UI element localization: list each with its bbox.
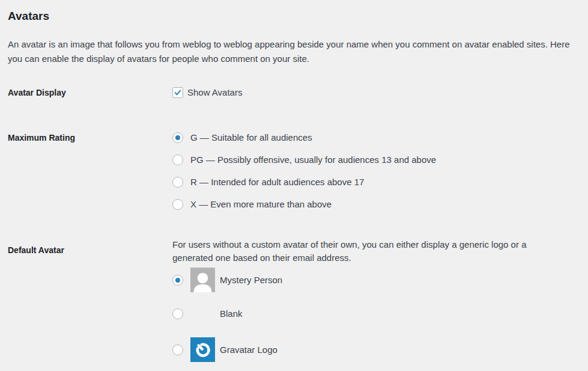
rating-option-r-label: R — Intended for adult audiences above 1… xyxy=(190,175,364,189)
blank-avatar-icon[interactable] xyxy=(190,301,215,326)
gravatar-logo-label: Gravatar Logo xyxy=(220,343,277,357)
rating-option-pg-label: PG — Possibly offensive, usually for aud… xyxy=(190,153,436,167)
blank-label: Blank xyxy=(220,307,243,321)
radio-dot-icon xyxy=(175,278,180,283)
show-avatars-label: Show Avatars xyxy=(187,85,242,100)
maximum-rating-row: Maximum Rating G — Suitable for all audi… xyxy=(8,130,580,212)
section-title: Avatars xyxy=(8,10,580,23)
default-avatar-option-mystery-person[interactable]: Mystery Person xyxy=(172,268,580,292)
rating-radio-r[interactable] xyxy=(172,177,183,188)
radio-dot-icon xyxy=(175,158,180,162)
default-avatar-description: For users without a custom avatar of the… xyxy=(172,238,569,264)
rating-option-x-label: X — Even more mature than above xyxy=(190,197,332,212)
radio-dot-icon xyxy=(175,311,180,316)
rating-option-g[interactable]: G — Suitable for all audiences xyxy=(172,130,580,145)
rating-option-pg[interactable]: PG — Possibly offensive, usually for aud… xyxy=(172,153,580,167)
rating-radio-x[interactable] xyxy=(172,199,183,210)
checkmark-icon xyxy=(174,88,182,97)
rating-radio-pg[interactable] xyxy=(172,155,183,165)
radio-dot-icon xyxy=(175,202,180,207)
rating-option-r[interactable]: R — Intended for adult audiences above 1… xyxy=(172,175,580,189)
rating-radio-g[interactable] xyxy=(172,132,183,143)
mystery-person-label: Mystery Person xyxy=(220,273,282,287)
avatars-settings-section: Avatars An avatar is an image that follo… xyxy=(0,0,588,371)
avatar-display-label: Avatar Display xyxy=(8,85,172,100)
default-avatar-row: Default Avatar For users without a custo… xyxy=(8,238,580,362)
gravatar-logo-icon[interactable] xyxy=(190,337,215,362)
show-avatars-checkbox-row[interactable]: Show Avatars xyxy=(172,85,580,100)
default-avatar-option-gravatar-logo[interactable]: Gravatar Logo xyxy=(172,337,580,362)
mystery-person-avatar-icon[interactable] xyxy=(190,268,215,292)
radio-dot-icon xyxy=(175,135,180,140)
radio-dot-icon xyxy=(175,348,180,352)
default-avatar-option-blank[interactable]: Blank xyxy=(172,301,580,326)
rating-option-x[interactable]: X — Even more mature than above xyxy=(172,197,580,212)
gravatar-radio[interactable] xyxy=(172,345,183,355)
blank-radio[interactable] xyxy=(172,308,183,319)
radio-dot-icon xyxy=(175,180,180,185)
mystery-person-radio[interactable] xyxy=(172,275,183,286)
rating-option-g-label: G — Suitable for all audiences xyxy=(190,130,312,145)
section-description: An avatar is an image that follows you f… xyxy=(8,37,580,66)
show-avatars-checkbox[interactable] xyxy=(172,87,183,98)
avatar-display-row: Avatar Display Show Avatars xyxy=(8,85,580,100)
default-avatar-label: Default Avatar xyxy=(8,238,172,257)
maximum-rating-label: Maximum Rating xyxy=(8,130,172,145)
